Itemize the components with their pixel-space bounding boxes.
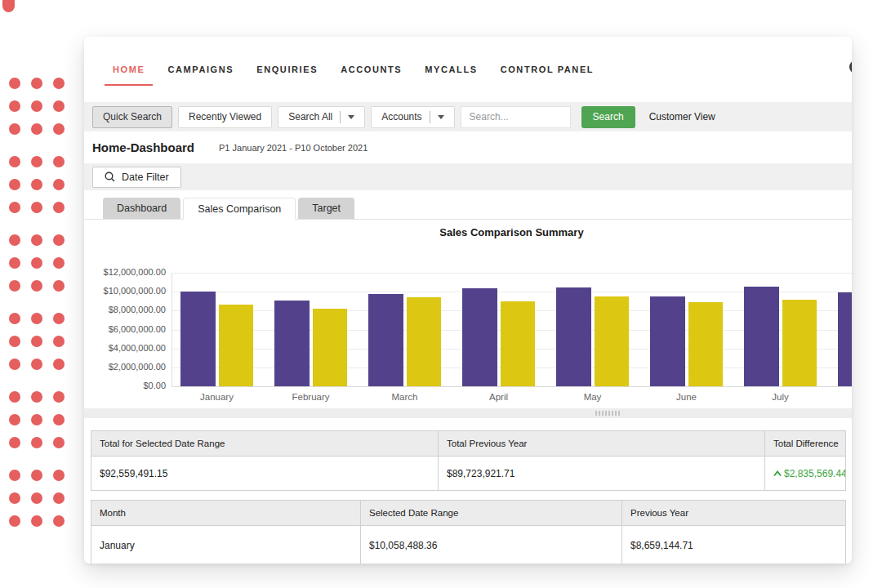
y-axis-tick-label: $8,000,000.00 xyxy=(84,305,166,314)
nav-item-enquiries[interactable]: ENQUIRIES xyxy=(256,65,318,74)
decor-dot xyxy=(53,280,65,292)
nav-item-mycalls[interactable]: MYCALLS xyxy=(425,65,477,74)
table-header-row: Month Selected Date Range Previous Year xyxy=(91,501,846,526)
header-previous-year: Previous Year xyxy=(622,501,846,526)
table-header-row: Total for Selected Date Range Total Prev… xyxy=(91,431,846,457)
chart-bar-previous xyxy=(595,296,629,386)
nav-item-control-panel[interactable]: CONTROL PANEL xyxy=(501,65,595,74)
decor-dot xyxy=(31,515,42,527)
decor-dot xyxy=(53,437,65,448)
y-axis-tick-label: $10,000,000.00 xyxy=(84,286,166,296)
decor-dot xyxy=(9,280,20,292)
chart-bar-selected xyxy=(650,296,685,386)
chart-bar-selected xyxy=(838,292,852,386)
decor-dot xyxy=(31,313,42,324)
decor-dot xyxy=(53,336,65,347)
x-axis-month-label: July xyxy=(733,392,827,402)
header-total-previous: Total Previous Year xyxy=(439,431,765,457)
chart-bar-selected xyxy=(180,292,216,387)
customer-view-link[interactable]: Customer View xyxy=(649,111,715,122)
x-axis-month-label: June xyxy=(639,392,733,402)
previous-cell: $8,659,144.71 xyxy=(622,526,846,564)
decor-dot xyxy=(9,414,20,425)
dashboard-card: HOME CAMPAIGNS ENQUIRIES ACCOUNTS MYCALL… xyxy=(84,37,852,564)
decor-dot xyxy=(31,78,42,89)
decor-dot xyxy=(9,100,20,112)
search-input[interactable] xyxy=(461,106,571,128)
accounts-dropdown[interactable]: Accounts xyxy=(371,106,454,128)
decor-dot xyxy=(9,123,20,135)
bar-chart-plot xyxy=(172,273,852,386)
chart-bar-selected xyxy=(462,288,497,386)
avatar[interactable] xyxy=(849,60,852,74)
decor-dot xyxy=(9,257,20,269)
header-month: Month xyxy=(91,501,361,526)
chart-bar-selected xyxy=(274,301,310,386)
date-period-label: P1 January 2021 - P10 October 2021 xyxy=(219,143,368,153)
chart-bar-previous xyxy=(782,300,817,386)
decor-dot xyxy=(31,336,42,347)
decor-dot xyxy=(53,156,65,167)
gridline xyxy=(172,273,852,274)
x-axis-month-label: March xyxy=(358,392,452,402)
tab-dashboard[interactable]: Dashboard xyxy=(103,198,180,219)
search-all-dropdown[interactable]: Search All xyxy=(278,106,365,128)
decor-dot xyxy=(53,515,65,527)
nav-item-accounts[interactable]: ACCOUNTS xyxy=(341,65,402,74)
y-axis-tick-label: $6,000,000.00 xyxy=(84,324,166,334)
decor-dot xyxy=(31,391,42,403)
x-axis-month-label: January xyxy=(170,392,264,402)
decor-dot xyxy=(53,470,65,481)
tab-target[interactable]: Target xyxy=(298,198,354,219)
chart-bar-previous xyxy=(219,305,253,386)
accounts-label: Accounts xyxy=(381,111,421,122)
y-axis-tick-label: $12,000,000.00 xyxy=(84,267,166,277)
header-total-difference: Total Difference xyxy=(765,431,846,457)
nav-item-campaigns[interactable]: CAMPAIGNS xyxy=(167,65,234,74)
decor-dot xyxy=(53,359,65,370)
decor-dot xyxy=(53,234,65,246)
total-selected-value: $92,559,491.15 xyxy=(91,457,439,491)
top-navigation: HOME CAMPAIGNS ENQUIRIES ACCOUNTS MYCALL… xyxy=(84,37,852,102)
quick-search-button[interactable]: Quick Search xyxy=(92,106,172,128)
decor-dot xyxy=(9,234,20,246)
decor-dot xyxy=(53,391,65,403)
totals-table: Total for Selected Date Range Total Prev… xyxy=(91,430,846,491)
page-header: Home-Dashboard P1 January 2021 - P10 Oct… xyxy=(84,131,852,163)
arrow-up-icon xyxy=(773,470,782,477)
decor-dot xyxy=(9,179,20,190)
decor-dot xyxy=(53,179,65,190)
search-icon xyxy=(105,172,115,182)
x-axis-month-label: April xyxy=(452,392,546,402)
decor-dot xyxy=(31,257,42,269)
decor-dot xyxy=(9,515,20,527)
decor-dot xyxy=(53,313,65,324)
decor-dot xyxy=(53,123,65,135)
header-total-selected: Total for Selected Date Range xyxy=(91,431,439,457)
dots-decoration xyxy=(0,0,82,588)
tab-bar: Dashboard Sales Comparison Target xyxy=(84,198,852,220)
chart-bar-previous xyxy=(688,302,723,386)
nav-item-home[interactable]: HOME xyxy=(113,65,145,74)
table-row: $92,559,491.15 $89,723,921.71 $2,835,569… xyxy=(91,457,846,491)
decor-dot xyxy=(9,437,20,448)
corner-accent-shape xyxy=(2,0,15,12)
decor-dot xyxy=(31,492,42,504)
y-axis-tick-label: $2,000,000.00 xyxy=(84,362,166,372)
tab-sales-comparison[interactable]: Sales Comparison xyxy=(183,198,296,220)
chart-bar-previous xyxy=(407,297,441,386)
scrollbar-grip[interactable] xyxy=(595,411,620,416)
date-filter-button[interactable]: Date Filter xyxy=(92,167,181,188)
chart-horizontal-scrollbar[interactable] xyxy=(84,408,852,418)
decor-dot xyxy=(31,414,42,425)
recently-viewed-button[interactable]: Recently Viewed xyxy=(178,106,272,128)
chart-bar-selected xyxy=(368,294,403,386)
decor-dot xyxy=(31,100,42,112)
dropdown-divider xyxy=(340,111,341,123)
chart-title: Sales Comparison Summary xyxy=(172,226,852,238)
decor-dot xyxy=(31,437,42,448)
decor-dot xyxy=(9,313,20,324)
x-axis-month-label: February xyxy=(264,392,358,402)
y-axis-tick-label: $4,000,000.00 xyxy=(84,343,166,353)
search-button[interactable]: Search xyxy=(581,106,635,128)
